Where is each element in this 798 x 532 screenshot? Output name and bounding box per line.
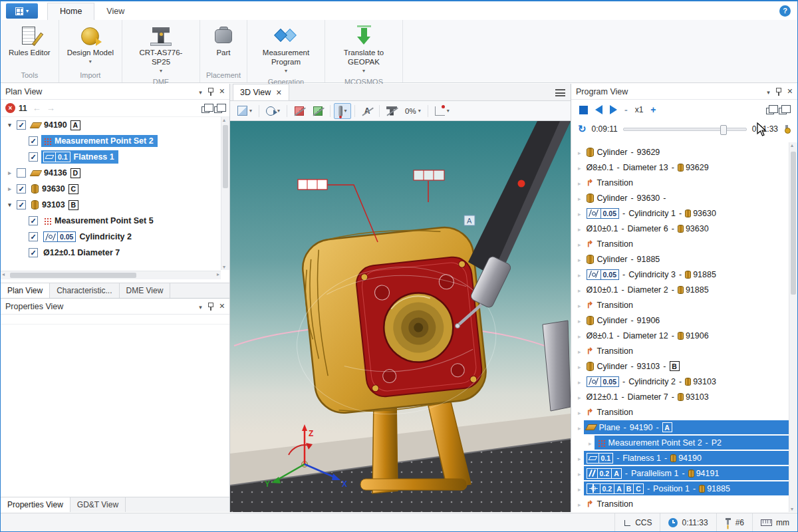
- program-item[interactable]: Ø10±0.1-Diameter 6-93630: [571, 221, 789, 236]
- checkbox[interactable]: [29, 232, 38, 241]
- expander-icon[interactable]: [578, 423, 581, 432]
- collapse-all-icon[interactable]: [779, 108, 787, 114]
- back-arrow-icon[interactable]: ←: [33, 103, 41, 113]
- timeline-slider[interactable]: [623, 128, 747, 131]
- expander-icon[interactable]: [578, 484, 581, 493]
- program-item[interactable]: Transition: [571, 343, 789, 358]
- program-item[interactable]: Transition: [571, 404, 789, 420]
- checkbox[interactable]: [17, 120, 26, 130]
- machine-visibility-toggle[interactable]: [383, 103, 400, 119]
- plan-tree-item[interactable]: 94136D: [1, 165, 221, 181]
- panel-menu-icon[interactable]: [555, 89, 565, 96]
- error-badge[interactable]: 11: [5, 103, 27, 113]
- annotations-toggle[interactable]: [358, 103, 376, 119]
- scrollbar-thumb[interactable]: [10, 273, 136, 278]
- panel-menu-icon[interactable]: [199, 87, 202, 96]
- program-item[interactable]: Cylinder-91885: [571, 251, 789, 267]
- measurement-program-button[interactable]: Measurement Program ▾: [251, 23, 321, 76]
- collapse-all-icon[interactable]: [214, 106, 222, 113]
- forward-arrow-icon[interactable]: →: [47, 103, 55, 113]
- plan-tree-item[interactable]: 0.1Flatness 1: [1, 149, 221, 165]
- program-item[interactable]: 0.05-Cylindricity 3-91885: [571, 267, 789, 282]
- loop-icon[interactable]: [578, 123, 587, 135]
- panel-menu-icon[interactable]: [767, 87, 770, 96]
- scrollbar-thumb[interactable]: [223, 125, 228, 188]
- program-item[interactable]: 0.05-Cylindricity 1-93630: [571, 205, 789, 221]
- program-item[interactable]: Ø8±0.1-Diameter 12-91906: [571, 328, 789, 343]
- checkbox[interactable]: [17, 200, 26, 209]
- expander-icon[interactable]: [6, 122, 13, 128]
- speed-decrease-button[interactable]: -: [624, 104, 628, 115]
- panel-menu-icon[interactable]: [199, 302, 202, 311]
- expander-icon[interactable]: [578, 209, 581, 218]
- plan-tree-item[interactable]: 93630C: [1, 181, 221, 197]
- plan-tree-item[interactable]: 93103B: [1, 197, 221, 213]
- tab-3d-view[interactable]: 3D View: [233, 84, 289, 100]
- expander-icon[interactable]: [578, 454, 581, 463]
- expander-icon[interactable]: [578, 239, 581, 249]
- checkbox[interactable]: [29, 152, 38, 162]
- tab-dme-view[interactable]: DME View: [120, 283, 171, 298]
- expander-icon[interactable]: [578, 224, 581, 233]
- checkbox[interactable]: [29, 136, 38, 146]
- close-icon[interactable]: [276, 88, 281, 98]
- stop-button[interactable]: [579, 106, 588, 114]
- checkbox[interactable]: [29, 216, 38, 225]
- expand-all-icon[interactable]: [201, 106, 209, 113]
- checkbox[interactable]: [17, 168, 26, 178]
- speed-increase-button[interactable]: +: [650, 104, 656, 115]
- plan-tree-item[interactable]: Measurement Point Set 5: [1, 213, 221, 229]
- expander-icon[interactable]: [578, 255, 581, 264]
- slider-thumb[interactable]: [720, 125, 727, 135]
- program-item[interactable]: Ø12±0.1-Diameter 7-93103: [571, 389, 789, 404]
- program-item[interactable]: Cylinder-93629: [571, 144, 789, 160]
- program-item[interactable]: 0.2A-Parallelism 1-94191: [571, 466, 789, 481]
- probe-display-button[interactable]: [334, 103, 351, 119]
- plan-tree-item[interactable]: Measurement Point Set 2: [1, 133, 221, 149]
- tab-properties-view[interactable]: Properties View: [1, 497, 70, 512]
- status-unit[interactable]: mm: [752, 513, 797, 531]
- program-item[interactable]: Measurement Point Set 2-P2: [571, 435, 789, 450]
- tab-home[interactable]: Home: [47, 3, 94, 20]
- expander-icon[interactable]: [578, 377, 581, 386]
- 3d-viewport[interactable]: A Z Y X: [230, 121, 571, 512]
- program-item[interactable]: Cylinder-91906: [571, 313, 789, 328]
- status-probe[interactable]: #6: [716, 513, 752, 531]
- expander-icon[interactable]: [578, 346, 581, 356]
- plan-tree-item[interactable]: Ø12±0.1 Diameter 7: [1, 245, 221, 261]
- expander-icon[interactable]: [589, 438, 592, 448]
- rules-editor-button[interactable]: Rules Editor: [5, 23, 55, 61]
- play-button[interactable]: [610, 105, 617, 114]
- program-item[interactable]: Ø8±0.1-Diameter 13-93629: [571, 160, 789, 175]
- expander-icon[interactable]: [578, 148, 581, 157]
- checkbox[interactable]: [17, 184, 26, 194]
- pin-icon[interactable]: [208, 88, 213, 96]
- close-icon[interactable]: [219, 301, 225, 311]
- program-vertical-scrollbar[interactable]: [789, 142, 797, 512]
- transparency-dropdown[interactable]: 0%: [402, 103, 424, 119]
- expander-icon[interactable]: [578, 499, 581, 509]
- tab-characteristic-view[interactable]: Characteristic...: [50, 283, 119, 298]
- program-item[interactable]: Transition: [571, 175, 789, 190]
- expander-icon[interactable]: [578, 392, 581, 402]
- help-button[interactable]: ?: [779, 5, 791, 17]
- program-item[interactable]: 0.2ABC-Position 1-91885: [571, 481, 789, 496]
- program-item[interactable]: Plane-94190-A: [571, 420, 789, 435]
- expander-icon[interactable]: [578, 316, 581, 325]
- expander-icon[interactable]: [578, 408, 581, 417]
- tab-gdt-view[interactable]: GD&T View: [70, 497, 126, 512]
- plan-vertical-scrollbar[interactable]: [221, 117, 229, 270]
- scrollbar-thumb[interactable]: [791, 152, 796, 295]
- pin-icon[interactable]: [776, 88, 781, 96]
- pin-icon[interactable]: [208, 303, 213, 311]
- expander-icon[interactable]: [578, 469, 581, 478]
- program-item[interactable]: Transition: [571, 297, 789, 313]
- program-item[interactable]: Transition: [571, 236, 789, 251]
- plan-tree-item[interactable]: 0.05Cylindricity 2: [1, 229, 221, 245]
- expander-icon[interactable]: [578, 301, 581, 310]
- expander-icon[interactable]: [578, 270, 581, 279]
- tab-plan-view[interactable]: Plan View: [1, 283, 50, 298]
- path-display-button[interactable]: [432, 103, 453, 119]
- plan-tree-item[interactable]: 94190A: [1, 117, 221, 133]
- expander-icon[interactable]: [578, 331, 581, 340]
